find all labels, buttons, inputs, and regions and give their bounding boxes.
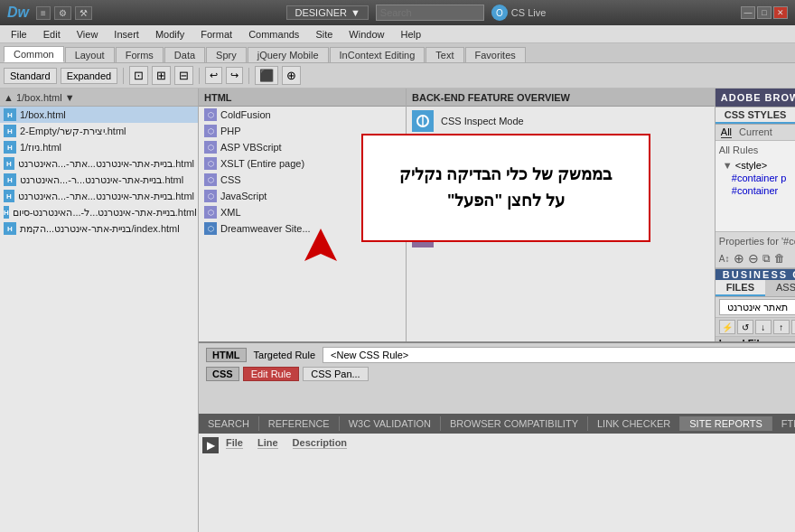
file-icon-1: H [4, 125, 16, 137]
tab-favorites[interactable]: Favorites [465, 47, 526, 62]
css-panel-btn[interactable]: CSS Pan... [303, 367, 368, 381]
menu-format[interactable]: Format [193, 27, 239, 42]
css-tag-btn[interactable]: CSS [206, 367, 239, 381]
menu-modify[interactable]: Modify [148, 27, 192, 42]
connect-btn[interactable]: ⚡ [719, 320, 735, 334]
copy-btn[interactable]: ⧉ [762, 252, 771, 265]
tool-btn-1[interactable]: ⊡ [129, 66, 148, 85]
separator-2 [199, 68, 200, 84]
minus-btn[interactable]: ⊖ [748, 251, 759, 266]
menu-help[interactable]: Help [393, 27, 428, 42]
tool-btn-7[interactable]: ⊕ [282, 66, 301, 85]
file-name-0: 1/box.html [20, 109, 66, 120]
tab-w3c[interactable]: W3C VALIDATION [340, 416, 441, 431]
snippet-label: CSS [220, 174, 241, 185]
expanded-btn[interactable]: Expanded [61, 68, 118, 84]
all-subtab[interactable]: All [721, 126, 732, 138]
file-item-0[interactable]: H 1/box.html [0, 107, 198, 123]
tab-forms[interactable]: Forms [116, 47, 164, 62]
tab-jquery[interactable]: jQuery Mobile [248, 47, 329, 62]
tab-search[interactable]: SEARCH [199, 416, 259, 431]
left-panel-header: ▲ 1/box.html ▼ [0, 89, 198, 107]
css-rule-style[interactable]: ▼ <style> [719, 159, 795, 172]
menu-file[interactable]: File [4, 27, 34, 42]
settings-icon[interactable]: ⚙ [54, 6, 71, 20]
menu-site[interactable]: Site [308, 27, 340, 42]
svg-marker-7 [304, 229, 337, 261]
get-btn[interactable]: ↓ [755, 320, 772, 334]
run-button[interactable]: ▶ [202, 437, 219, 453]
search-input[interactable] [376, 5, 484, 21]
close-button[interactable]: ✕ [773, 6, 788, 19]
menu-commands[interactable]: Commands [241, 27, 306, 42]
tool-btn-6[interactable]: ⬛ [255, 66, 278, 85]
minimize-button[interactable]: — [741, 6, 755, 19]
menu-view[interactable]: View [70, 27, 106, 42]
cs-live-area[interactable]: O CS Live [491, 5, 547, 21]
put-btn[interactable]: ↑ [773, 320, 790, 334]
file-item-3[interactable]: H בניית-אתר-אינטרנט...אתר-...האינטרנט.ht… [0, 155, 198, 172]
checkin-btn[interactable]: ✓ [791, 320, 795, 334]
maximize-button[interactable]: □ [757, 6, 772, 19]
snippet-icon: ⬡ [204, 190, 217, 202]
file-item-7[interactable]: H בניית-אתר-אינטרנט...הקמת/index.html [0, 220, 198, 237]
trash-btn[interactable]: 🗑 [774, 252, 785, 265]
tool-btn-2[interactable]: ⊞ [152, 66, 171, 85]
tab-common[interactable]: Common [4, 46, 64, 62]
snippet-label: ASP VBScript [220, 142, 282, 153]
tab-layout[interactable]: Layout [65, 47, 115, 62]
tab-browser[interactable]: BROWSER COMPATIBILITY [441, 416, 588, 431]
tab-site-reports[interactable]: SITE REPORTS [680, 416, 772, 431]
files-tab[interactable]: FILES [716, 280, 765, 296]
css-styles-tab[interactable]: CSS STYLES [716, 107, 795, 124]
browserlab-header: ADOBE BROWSERLAB [716, 89, 795, 107]
refresh-btn[interactable]: ↺ [737, 320, 753, 334]
file-item-1[interactable]: H 2-Empty/יצירת-קשר.html [0, 123, 198, 139]
separator-1 [123, 68, 124, 84]
file-item-6[interactable]: H בניית-אתר-אינטרנט...ל-...האינטרנט-סיום… [0, 204, 198, 220]
edit-rule-btn[interactable]: Edit Rule [243, 367, 300, 381]
tab-incontext[interactable]: InContext Editing [330, 47, 426, 62]
tab-spry[interactable]: Spry [206, 47, 247, 62]
tab-text[interactable]: Text [426, 47, 463, 62]
snippet-coldfusion[interactable]: ⬡ ColdFusion [199, 107, 406, 123]
site-dropdown[interactable]: תאתר אינטרנט [719, 299, 795, 315]
assets-tab[interactable]: ASSETS [765, 280, 795, 296]
tab-data[interactable]: Data [164, 47, 205, 62]
file-item-2[interactable]: H 1/ניוז.html [0, 139, 198, 155]
css-rule-container-p[interactable]: #container p [728, 172, 795, 184]
menu-icon[interactable]: ≡ [36, 6, 51, 20]
right-panel: ADOBE BROWSERLAB CSS STYLES AP ELEMENTS … [715, 89, 795, 341]
bottom-tabs-section: SEARCH REFERENCE W3C VALIDATION BROWSER … [199, 414, 795, 532]
browserlab-title: ADOBE BROWSERLAB [721, 92, 795, 103]
sb-icon [412, 110, 434, 132]
tool-btn-5[interactable]: ↪ [226, 67, 243, 84]
file-item-4[interactable]: H בניית-אתר-אינטרנט...ר-...האינטרנט.html [0, 172, 198, 188]
menu-insert[interactable]: Insert [107, 27, 146, 42]
current-subtab[interactable]: Current [739, 126, 772, 138]
tab-link[interactable]: LINK CHECKER [588, 416, 680, 431]
snippet-label: PHP [220, 126, 241, 136]
tool-btn-4[interactable]: ↩ [205, 67, 222, 84]
html-tag-btn[interactable]: HTML [206, 348, 247, 362]
css-rule-container[interactable]: #container [728, 184, 795, 197]
tool-btn-3[interactable]: ⊟ [174, 66, 193, 85]
left-panel-scroll-indicator: ▲ 1/box.html ▼ [4, 92, 75, 103]
file-item-5[interactable]: H בניית-אתר-אינטרנט...אתר-...האינטרנט.ht… [0, 188, 198, 204]
tab-reference[interactable]: REFERENCE [259, 416, 340, 431]
file-name-6: בניית-אתר-אינטרנט...ל-...האינטרנט-סיום.h… [13, 207, 197, 219]
properties-panel: HTML Targeted Rule <New CSS Rule> CSS Ed… [199, 341, 795, 414]
rule-select[interactable]: <New CSS Rule> [323, 347, 795, 363]
toolbar-row: Standard Expanded ⊡ ⊞ ⊟ ↩ ↪ ⬛ ⊕ [0, 63, 795, 89]
designer-badge[interactable]: DESIGNER ▼ [286, 5, 368, 20]
tools-icon[interactable]: ⚒ [75, 6, 92, 20]
tab-ftp[interactable]: FTP LOG [772, 416, 795, 431]
title-center: DESIGNER ▼ O CS Live [99, 5, 734, 21]
sb-css-inspect[interactable]: CSS Inspect Mode [407, 107, 715, 135]
menu-edit[interactable]: Edit [36, 27, 68, 42]
plus-btn[interactable]: ⊕ [734, 251, 744, 266]
standard-btn[interactable]: Standard [4, 68, 57, 84]
prop-buttons-row: CSS Edit Rule CSS Pan... [206, 367, 795, 381]
center-right-area: HTML ⬡ ColdFusion ⬡ PHP [199, 89, 795, 532]
menu-window[interactable]: Window [341, 27, 391, 42]
